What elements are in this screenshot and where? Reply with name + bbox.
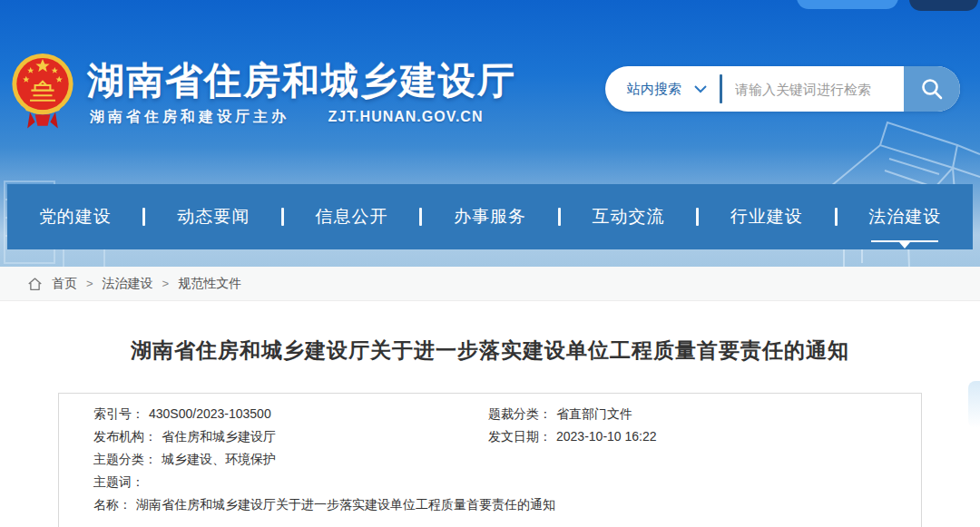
search-icon (920, 77, 944, 101)
document-meta-box: 索引号：430S00/2023-103500 题裁分类：省直部门文件 发布机构：… (58, 393, 922, 527)
search-input[interactable] (722, 82, 904, 97)
breadcrumb-separator: > (162, 277, 170, 290)
meta-row-name: 名称：湖南省住房和城乡建设厅关于进一步落实建设单位工程质量首要责任的通知 (59, 493, 921, 516)
national-emblem-logo (11, 51, 74, 132)
meta-row-category: 主题分类：城乡建设、环境保护 (59, 448, 921, 471)
nav-item-industry[interactable]: 行业建设 (699, 200, 834, 234)
meta-row-keywords: 主题词： (59, 471, 921, 493)
nav-item-party-building[interactable]: 党的建设 (7, 200, 142, 234)
site-host-text: 湖南省住房和建设厅主办 (90, 109, 289, 124)
meta-value: 湖南省住房和城乡建设厅关于进一步落实建设单位工程质量首要责任的通知 (136, 497, 555, 512)
nav-item-label: 党的建设 (39, 207, 112, 226)
search-scope-label: 站内搜索 (627, 81, 681, 98)
meta-label: 名称： (93, 497, 132, 512)
top-pill-dark[interactable] (909, 0, 978, 11)
site-subtitle: 湖南省住房和建设厅主办 ZJT.HUNAN.GOV.CN (90, 108, 483, 127)
meta-value: 430S00/2023-103500 (149, 406, 271, 421)
chevron-down-icon (694, 85, 707, 93)
meta-label: 发布机构： (93, 429, 157, 444)
search-bar: 站内搜索 (605, 66, 960, 112)
site-title: 湖南省住房和城乡建设厅 (87, 56, 559, 106)
meta-label: 题裁分类： (488, 406, 552, 421)
home-icon[interactable] (27, 277, 43, 291)
page: 湖南省住房和城乡建设厅 湖南省住房和建设厅主办 ZJT.HUNAN.GOV.CN… (0, 0, 980, 527)
meta-label: 发文日期： (488, 429, 552, 444)
meta-value: 省住房和城乡建设厅 (162, 429, 276, 444)
meta-row-issuer: 发布机构：省住房和城乡建设厅 发文日期：2023-10-10 16:22 (59, 425, 921, 448)
nav-item-interaction[interactable]: 互动交流 (561, 200, 696, 234)
page-edge-widget (968, 381, 980, 428)
search-button[interactable] (904, 66, 960, 112)
nav-item-label: 互动交流 (592, 207, 664, 226)
meta-label: 主题分类： (93, 452, 157, 466)
meta-right-cell: 发文日期：2023-10-10 16:22 (488, 425, 657, 448)
search-scope-dropdown[interactable]: 站内搜索 (605, 81, 720, 98)
breadcrumb: 首页 > 法治建设 > 规范性文件 (0, 267, 980, 301)
site-header: 湖南省住房和城乡建设厅 湖南省住房和建设厅主办 ZJT.HUNAN.GOV.CN… (0, 0, 980, 267)
meta-label: 索引号： (93, 406, 144, 421)
meta-value: 省直部门文件 (556, 406, 632, 421)
breadcrumb-separator: > (86, 277, 93, 290)
nav-item-label: 办事服务 (454, 207, 526, 226)
nav-item-rule-of-law[interactable]: 法治建设 (838, 200, 973, 234)
meta-row-index: 索引号：430S00/2023-103500 题裁分类：省直部门文件 (59, 403, 921, 425)
active-nav-indicator (871, 240, 938, 242)
nav-item-label: 行业建设 (730, 207, 803, 226)
meta-value: 城乡建设、环境保护 (162, 452, 276, 466)
meta-label: 主题词： (93, 474, 144, 489)
main-nav: 党的建设 动态要闻 信息公开 办事服务 互动交流 行业建设 (7, 184, 973, 249)
document-title: 湖南省住房和城乡建设厅关于进一步落实建设单位工程质量首要责任的通知 (0, 337, 980, 365)
top-pill-light[interactable] (797, 0, 898, 9)
nav-item-services[interactable]: 办事服务 (422, 200, 557, 234)
nav-item-label: 法治建设 (868, 207, 941, 226)
article-content: 湖南省住房和城乡建设厅关于进一步落实建设单位工程质量首要责任的通知 索引号：43… (0, 302, 980, 527)
nav-item-info-disclosure[interactable]: 信息公开 (284, 200, 419, 234)
nav-item-news[interactable]: 动态要闻 (145, 200, 280, 234)
site-url: ZJT.HUNAN.GOV.CN (328, 109, 483, 124)
breadcrumb-rule-of-law[interactable]: 法治建设 (103, 276, 153, 292)
breadcrumb-home[interactable]: 首页 (52, 276, 77, 292)
meta-right-cell: 题裁分类：省直部门文件 (488, 403, 632, 425)
breadcrumb-normative-docs[interactable]: 规范性文件 (178, 276, 241, 292)
nav-item-label: 信息公开 (316, 207, 388, 226)
nav-item-label: 动态要闻 (177, 207, 250, 226)
meta-value: 2023-10-10 16:22 (556, 429, 657, 444)
